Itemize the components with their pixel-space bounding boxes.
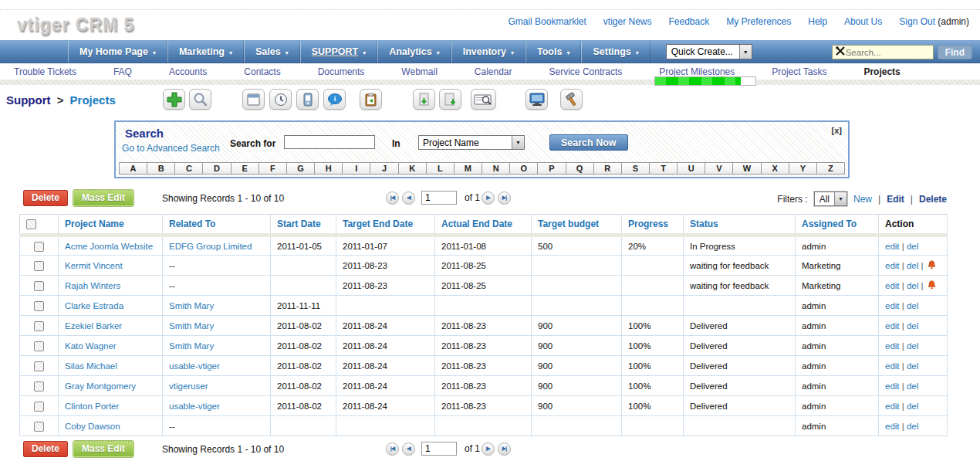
row-checkbox[interactable] bbox=[34, 281, 44, 291]
menu-item-tools[interactable]: Tools▾ bbox=[525, 41, 581, 63]
project-name-link[interactable]: Clarke Estrada bbox=[65, 301, 123, 310]
chevron-down-icon[interactable]: ▼ bbox=[512, 136, 524, 149]
phone-icon[interactable] bbox=[296, 89, 319, 110]
alpha-d[interactable]: D bbox=[202, 162, 231, 175]
page-number-input[interactable] bbox=[421, 442, 457, 456]
quick-create-select[interactable]: Quick Create... ▼ bbox=[666, 44, 752, 59]
next-page-button[interactable]: ▶ bbox=[482, 192, 495, 205]
alpha-s[interactable]: S bbox=[621, 162, 650, 175]
column-header-project-name[interactable]: Project Name bbox=[59, 215, 163, 236]
row-checkbox[interactable] bbox=[34, 381, 44, 392]
chevron-down-icon[interactable]: ▼ bbox=[739, 45, 752, 59]
filter-select[interactable]: All ▼ bbox=[814, 192, 847, 206]
row-checkbox[interactable] bbox=[34, 301, 44, 311]
del-link[interactable]: del bbox=[907, 381, 918, 391]
alpha-v[interactable]: V bbox=[705, 162, 733, 175]
edit-link[interactable]: edit bbox=[885, 242, 900, 251]
alpha-g[interactable]: G bbox=[286, 162, 315, 175]
project-name-link[interactable]: Clinton Porter bbox=[65, 402, 119, 411]
alpha-n[interactable]: N bbox=[482, 162, 510, 175]
alpha-x[interactable]: X bbox=[761, 162, 789, 175]
related-to-link[interactable]: usable-vtiger bbox=[169, 361, 220, 371]
edit-link[interactable]: edit bbox=[885, 361, 900, 371]
edit-link[interactable]: edit bbox=[885, 422, 900, 431]
first-page-button[interactable]: |◀ bbox=[386, 192, 399, 205]
row-checkbox[interactable] bbox=[34, 242, 44, 252]
column-header-target-budget[interactable]: Target budget bbox=[532, 215, 622, 236]
clock-icon[interactable] bbox=[269, 89, 292, 110]
submenu-item-faq[interactable]: FAQ bbox=[113, 66, 132, 77]
select-all-checkbox[interactable] bbox=[26, 219, 36, 229]
page-number-input[interactable] bbox=[421, 191, 457, 205]
menu-item-sales[interactable]: Sales▾ bbox=[244, 41, 300, 63]
project-name-link[interactable]: Kato Wagner bbox=[65, 341, 117, 351]
submenu-item-webmail[interactable]: Webmail bbox=[401, 66, 437, 77]
advanced-search-link[interactable]: Go to Advanced Search bbox=[122, 143, 220, 154]
del-link[interactable]: del bbox=[907, 422, 918, 431]
edit-link[interactable]: edit bbox=[885, 321, 900, 330]
row-checkbox[interactable] bbox=[34, 321, 44, 331]
del-link[interactable]: del bbox=[907, 242, 918, 251]
project-name-link[interactable]: Acme Joomla Website bbox=[65, 242, 153, 251]
toplink-vtiger-news[interactable]: vtiger News bbox=[603, 16, 652, 27]
submenu-item-accounts[interactable]: Accounts bbox=[169, 66, 207, 77]
mass-edit-button[interactable]: Mass Edit bbox=[73, 441, 133, 457]
signout-link[interactable]: Sign Out bbox=[899, 16, 935, 27]
row-checkbox[interactable] bbox=[34, 261, 44, 271]
alpha-c[interactable]: C bbox=[174, 162, 203, 175]
del-link[interactable]: del bbox=[907, 301, 918, 310]
project-name-link[interactable]: Silas Michael bbox=[65, 361, 117, 371]
edit-link[interactable]: edit bbox=[885, 261, 900, 270]
alpha-u[interactable]: U bbox=[677, 162, 705, 175]
row-checkbox[interactable] bbox=[34, 361, 44, 371]
submenu-item-service-contracts[interactable]: Service Contracts bbox=[549, 66, 623, 77]
related-to-link[interactable]: Smith Mary bbox=[169, 301, 214, 310]
last-page-button[interactable]: ▶| bbox=[498, 192, 511, 205]
project-name-link[interactable]: Rajah Winters bbox=[65, 281, 120, 290]
import-icon[interactable] bbox=[413, 89, 435, 110]
project-name-link[interactable]: Ezekiel Barker bbox=[65, 321, 122, 330]
edit-link[interactable]: edit bbox=[885, 281, 900, 290]
project-name-link[interactable]: Coby Dawson bbox=[65, 422, 120, 431]
menu-item-settings[interactable]: Settings▾ bbox=[581, 41, 650, 63]
filter-new-link[interactable]: New bbox=[853, 194, 872, 205]
del-link[interactable]: del bbox=[907, 402, 918, 411]
alpha-k[interactable]: K bbox=[398, 162, 427, 175]
edit-link[interactable]: edit bbox=[885, 341, 900, 351]
alpha-h[interactable]: H bbox=[314, 162, 343, 175]
alert-icon[interactable] bbox=[928, 260, 936, 271]
delete-button[interactable]: Delete bbox=[23, 190, 68, 206]
submenu-item-projects[interactable]: Projects bbox=[863, 66, 900, 77]
column-header-assigned-to[interactable]: Assigned To bbox=[796, 215, 879, 236]
alpha-f[interactable]: F bbox=[259, 162, 287, 175]
column-header-target-end-date[interactable]: Target End Date bbox=[336, 215, 435, 236]
menu-item-marketing[interactable]: Marketing▾ bbox=[167, 41, 244, 63]
row-checkbox[interactable] bbox=[34, 341, 44, 351]
export-icon[interactable] bbox=[439, 89, 461, 110]
del-link[interactable]: del bbox=[907, 361, 918, 371]
row-checkbox[interactable] bbox=[34, 402, 44, 412]
menu-item-analytics[interactable]: Analytics▾ bbox=[377, 41, 451, 63]
submenu-item-calendar[interactable]: Calendar bbox=[475, 66, 512, 77]
column-header-related-to[interactable]: Related To bbox=[163, 215, 271, 236]
add-icon[interactable] bbox=[163, 89, 185, 110]
related-to-link[interactable]: usable-vtiger bbox=[169, 402, 220, 411]
toplink-gmail-bookmarklet[interactable]: Gmail Bookmarklet bbox=[508, 16, 586, 27]
project-name-link[interactable]: Kermit Vincent bbox=[65, 261, 123, 270]
global-search-input[interactable] bbox=[846, 48, 927, 57]
breadcrumb-section[interactable]: Support bbox=[6, 93, 51, 107]
row-checkbox[interactable] bbox=[34, 422, 44, 432]
alpha-r[interactable]: R bbox=[593, 162, 622, 175]
filter-edit-link[interactable]: Edit bbox=[887, 194, 904, 205]
menu-item-my-home-page[interactable]: My Home Page▾ bbox=[68, 41, 167, 63]
global-search-box[interactable] bbox=[832, 45, 934, 59]
project-name-link[interactable]: Gray Montgomery bbox=[65, 381, 136, 391]
submenu-item-documents[interactable]: Documents bbox=[318, 66, 365, 77]
alpha-o[interactable]: O bbox=[509, 162, 538, 175]
column-header-status[interactable]: Status bbox=[684, 215, 796, 236]
search-field-select[interactable]: Project Name ▼ bbox=[418, 135, 525, 150]
submenu-item-contacts[interactable]: Contacts bbox=[244, 66, 280, 77]
mass-edit-button[interactable]: Mass Edit bbox=[73, 190, 133, 206]
hammer-icon[interactable] bbox=[560, 89, 583, 110]
related-to-link[interactable]: Smith Mary bbox=[169, 341, 214, 351]
